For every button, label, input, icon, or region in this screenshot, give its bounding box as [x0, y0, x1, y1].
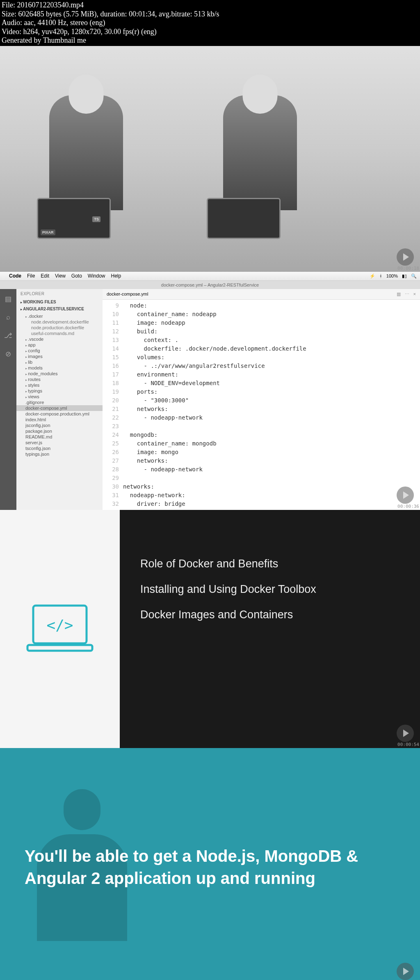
tree-item[interactable]: .vscode [16, 336, 103, 342]
app-name[interactable]: Code [9, 273, 21, 279]
macos-menubar[interactable]: Code File Edit View Goto Window Help ⚡ ᚼ… [0, 272, 420, 281]
tree-item[interactable]: .gitignore [16, 399, 103, 405]
menu-edit[interactable]: Edit [41, 273, 49, 279]
sticker-pixar: PIXAR [41, 230, 55, 235]
meta-size: Size: 6026485 bytes (5.75 MiB), duration… [2, 10, 418, 19]
tree-item[interactable]: server.js [16, 440, 103, 445]
editor-tabs[interactable]: docker-compose.yml ▥ ⋯ × [103, 289, 420, 300]
sticker-ts: TS [92, 216, 100, 222]
tree-item[interactable]: .docker [16, 313, 103, 319]
battery-pct: 100% [386, 273, 398, 278]
git-icon[interactable]: ⎇ [4, 331, 12, 340]
meta-file: File: 20160712203540.mp4 [2, 1, 418, 10]
summary-text: You'll be able to get a Node.js, MongoDB… [25, 845, 395, 889]
presenter-left [49, 95, 123, 210]
bluetooth-icon[interactable]: ᚼ [379, 273, 382, 278]
explorer-sidebar[interactable]: EXPLORER WORKING FILES ANGULAR2-RESTFULS… [16, 289, 103, 510]
tree-item[interactable]: routes [16, 376, 103, 382]
tree-item[interactable]: models [16, 365, 103, 371]
play-button[interactable] [397, 963, 414, 980]
thumbnail-frame-1: PIXAR TS 00:00:18 [0, 46, 420, 272]
close-icon[interactable]: × [413, 291, 416, 297]
code-laptop-icon: </> [25, 602, 95, 656]
play-button[interactable] [397, 487, 414, 504]
tree-item[interactable]: app [16, 342, 103, 348]
menu-goto[interactable]: Goto [71, 273, 82, 279]
tree-item[interactable]: typings.json [16, 451, 103, 457]
tree-item[interactable]: images [16, 353, 103, 359]
editor[interactable]: docker-compose.yml ▥ ⋯ × 910111213141516… [103, 289, 420, 510]
slide-line-2: Installing and Using Docker Toolbox [140, 576, 399, 602]
meta-audio: Audio: aac, 44100 Hz, stereo (eng) [2, 18, 418, 28]
code-content[interactable]: node: container_name: nodeapp image: nod… [123, 300, 420, 510]
menu-view[interactable]: View [55, 273, 66, 279]
tree-item[interactable]: node.production.dockerfile [16, 325, 103, 330]
play-button[interactable] [397, 725, 414, 742]
split-editor-icon[interactable]: ▥ [397, 291, 401, 297]
timestamp: 00:00:36 [397, 504, 419, 509]
video-metadata: File: 20160712203540.mp4 Size: 6026485 b… [0, 0, 420, 46]
menu-window[interactable]: Window [88, 273, 105, 279]
slide-line-1: Role of Docker and Benefits [140, 551, 399, 576]
window-title: docker-compose.yml – Angular2-RESTfulSer… [0, 281, 420, 289]
tree-item[interactable]: docker-compose.yml [16, 405, 103, 411]
slide-line-3: Docker Images and Containers [140, 602, 399, 627]
tree-item[interactable]: index.html [16, 417, 103, 422]
tree-item[interactable]: jsconfig.json [16, 422, 103, 428]
play-button[interactable] [397, 248, 414, 266]
battery-icon[interactable]: ▮▯ [402, 273, 407, 279]
slide-text: Role of Docker and Benefits Installing a… [120, 510, 420, 748]
tree-item[interactable]: lib [16, 359, 103, 365]
file-tree[interactable]: .dockernode.development.dockerfilenode.p… [16, 312, 103, 458]
tree-item[interactable]: typings [16, 388, 103, 394]
working-files-section[interactable]: WORKING FILES [16, 298, 103, 305]
timestamp: 00:00:54 [397, 742, 419, 747]
svg-rect-1 [27, 645, 92, 651]
tree-item[interactable]: node.development.dockerfile [16, 319, 103, 325]
wifi-icon[interactable]: ⚡ [370, 273, 375, 279]
thumbnail-frame-3: </> Role of Docker and Benefits Installi… [0, 510, 420, 748]
laptop-right [207, 198, 289, 247]
tree-item[interactable]: config [16, 348, 103, 353]
line-numbers: 9101112131415161718192021222324252627282… [103, 300, 123, 510]
menu-help[interactable]: Help [111, 273, 121, 279]
debug-icon[interactable]: ⊘ [5, 350, 11, 358]
project-section[interactable]: ANGULAR2-RESTFULSERVICE [16, 305, 103, 312]
tree-item[interactable]: tsconfig.json [16, 445, 103, 451]
tree-item[interactable]: node_modules [16, 371, 103, 376]
meta-generated: Generated by Thumbnail me [2, 36, 418, 45]
activity-bar[interactable]: ▤ ⌕ ⎇ ⊘ [0, 289, 16, 510]
search-icon[interactable]: 🔍 [411, 273, 417, 279]
tree-item[interactable]: README.md [16, 434, 103, 440]
explorer-icon[interactable]: ▤ [5, 295, 11, 303]
timestamp: 00:00:18 [397, 266, 419, 271]
tree-item[interactable]: useful-commands.md [16, 330, 103, 336]
svg-text:</>: </> [46, 617, 73, 633]
tree-item[interactable]: docker-compose.production.yml [16, 411, 103, 417]
menu-file[interactable]: File [27, 273, 35, 279]
laptop-left: PIXAR TS [37, 198, 119, 247]
tree-item[interactable]: package.json [16, 428, 103, 434]
thumbnail-frame-4: You'll be able to get a Node.js, MongoDB… [0, 748, 420, 980]
search-icon[interactable]: ⌕ [6, 313, 10, 321]
tree-item[interactable]: styles [16, 382, 103, 388]
meta-video: Video: h264, yuv420p, 1280x720, 30.00 fp… [2, 28, 418, 37]
slide-illustration: </> [0, 510, 120, 748]
presenter-right [223, 95, 297, 210]
thumbnail-frame-2: Code File Edit View Goto Window Help ⚡ ᚼ… [0, 272, 420, 510]
explorer-header: EXPLORER [16, 289, 103, 298]
more-icon[interactable]: ⋯ [405, 291, 409, 297]
tab-active[interactable]: docker-compose.yml [107, 291, 148, 296]
tree-item[interactable]: views [16, 394, 103, 399]
